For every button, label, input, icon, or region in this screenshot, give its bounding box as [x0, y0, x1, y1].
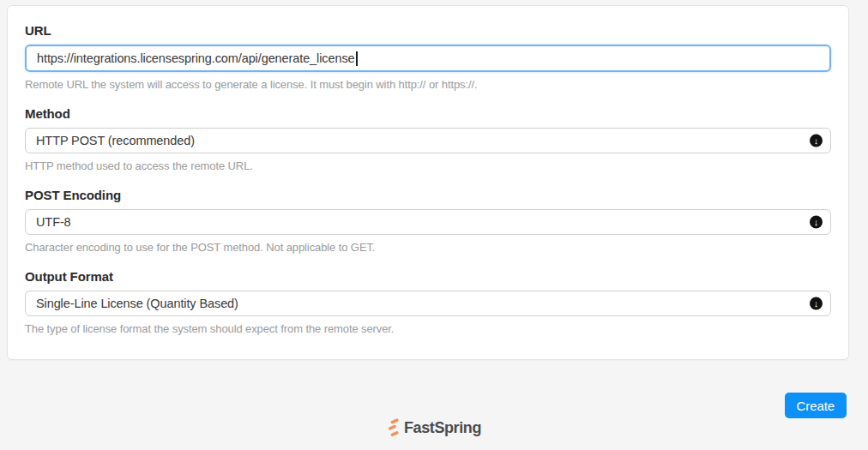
post-encoding-select[interactable]: UTF-8 ↓ [25, 209, 831, 235]
fastspring-logo-icon [387, 418, 401, 438]
fastspring-logo-text: FastSpring [404, 419, 481, 437]
url-field-group: URL https://integrations.licensespring.c… [25, 25, 831, 92]
output-format-field-group: Output Format Single-Line License (Quant… [25, 271, 831, 336]
method-select-value: HTTP POST (recommended) [36, 134, 195, 147]
settings-form-card: URL https://integrations.licensespring.c… [7, 5, 849, 360]
url-label: URL [25, 25, 831, 37]
url-input[interactable]: https://integrations.licensespring.com/a… [25, 45, 831, 72]
text-caret [356, 51, 358, 66]
output-format-select[interactable]: Single-Line License (Quantity Based) ↓ [25, 291, 831, 316]
method-select[interactable]: HTTP POST (recommended) ↓ [25, 128, 831, 153]
circle-down-icon: ↓ [810, 216, 823, 229]
brand-footer: FastSpring [0, 418, 868, 438]
method-help-text: HTTP method used to access the remote UR… [25, 159, 831, 173]
post-encoding-select-value: UTF-8 [36, 215, 71, 229]
url-help-text: Remote URL the system will access to gen… [25, 78, 831, 92]
post-encoding-field-group: POST Encoding UTF-8 ↓ Character encoding… [25, 189, 831, 255]
post-encoding-help-text: Character encoding to use for the POST m… [25, 241, 831, 255]
output-format-help-text: The type of license format the system sh… [25, 322, 831, 336]
create-button[interactable]: Create [785, 393, 847, 418]
output-format-label: Output Format [25, 271, 831, 283]
circle-down-icon: ↓ [810, 135, 823, 147]
method-label: Method [25, 108, 831, 120]
url-input-value: https://integrations.licensespring.com/a… [37, 51, 355, 65]
circle-down-icon: ↓ [810, 297, 823, 310]
method-field-group: Method HTTP POST (recommended) ↓ HTTP me… [25, 108, 831, 173]
post-encoding-label: POST Encoding [25, 189, 831, 201]
output-format-select-value: Single-Line License (Quantity Based) [36, 297, 238, 310]
